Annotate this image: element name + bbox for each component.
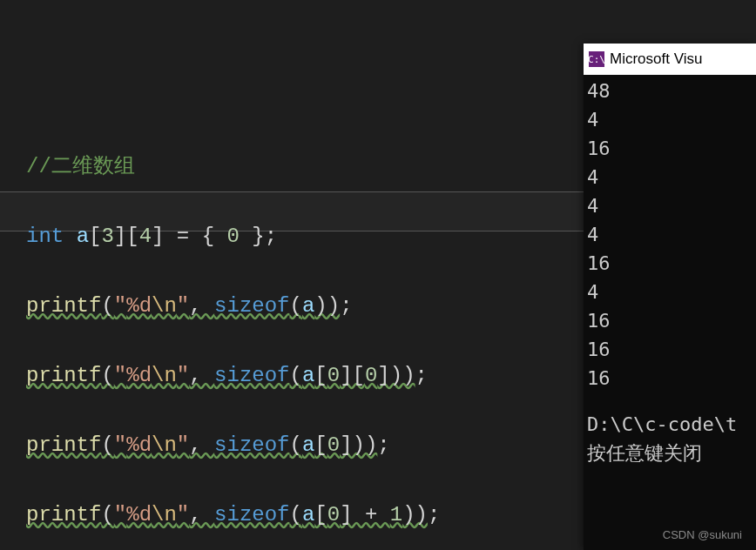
console-window[interactable]: C:\ Microsoft Visu 48 4 16 4 4 4 16 4 16… <box>584 44 756 550</box>
console-titlebar[interactable]: C:\ Microsoft Visu <box>584 44 756 75</box>
comment: //二维数组 <box>26 155 135 178</box>
console-title-text: Microsoft Visu <box>610 50 702 68</box>
vs-icon: C:\ <box>589 51 604 67</box>
console-output: 48 4 16 4 4 4 16 4 16 16 16 D:\C\c-code\… <box>584 75 756 467</box>
watermark: CSDN @sukuni <box>663 528 742 541</box>
